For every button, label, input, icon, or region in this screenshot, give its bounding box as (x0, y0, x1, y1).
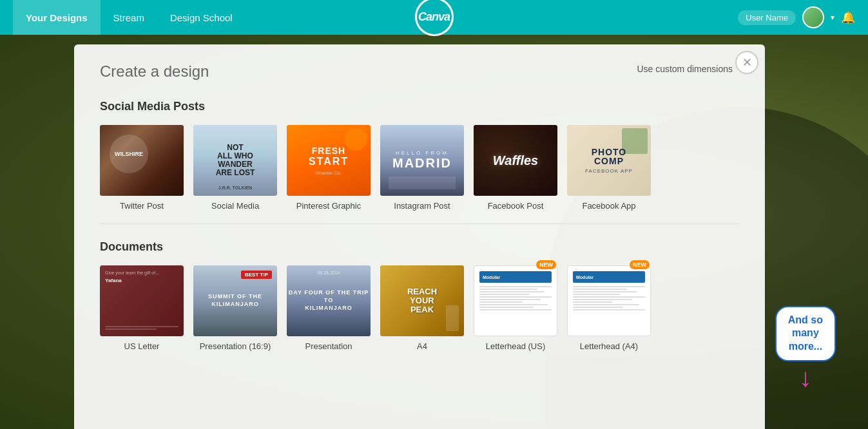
user-name[interactable]: User Name (738, 10, 796, 25)
a4-label: A4 (417, 341, 427, 351)
social-media-title: Social Media Posts (100, 100, 739, 113)
callout-more: And somanymore... ↓ (775, 306, 836, 390)
documents-section: Documents Give your team the gift of... … (100, 240, 739, 351)
chevron-down-icon[interactable]: ▾ (831, 13, 834, 22)
template-presentation-169[interactable]: BEST TIP SUMMIT OF THEKILIMANJARO Presen… (193, 265, 277, 351)
nav-design-school[interactable]: Design School (157, 0, 246, 35)
letterhead-a4-thumb: Modular (567, 265, 651, 336)
main-nav: Your Designs Stream Design School (13, 0, 738, 35)
presentation-169-label: Presentation (16:9) (200, 341, 271, 351)
bell-icon[interactable]: 🔔 (841, 10, 855, 24)
template-twitter-post[interactable]: WILSHIRE Twitter Post (100, 125, 184, 211)
callout-bubble: And somanymore... (775, 306, 836, 361)
documents-templates: Give your team the gift of... Yafana US … (100, 265, 739, 351)
template-letterhead-a4[interactable]: NEW Modular (567, 265, 651, 351)
nav-stream[interactable]: Stream (101, 0, 157, 35)
section-divider (100, 224, 739, 224)
template-us-letter[interactable]: Give your team the gift of... Yafana US … (100, 265, 184, 351)
facebook-app-thumb: PHOTOCOMP FACEBOOK APP (567, 125, 651, 196)
us-letter-label: US Letter (124, 341, 160, 351)
presentation-169-thumb: BEST TIP SUMMIT OF THEKILIMANJARO (193, 265, 277, 336)
us-letter-thumb: Give your team the gift of... Yafana (100, 265, 184, 336)
twitter-post-thumb: WILSHIRE (100, 125, 184, 196)
template-letterhead-us[interactable]: NEW Modular (474, 265, 557, 351)
avatar-image (804, 8, 823, 27)
template-presentation[interactable]: 09.28.2014 DAY FOUR OF THE TRIP TOKILIMA… (287, 265, 371, 351)
instagram-label: Instagram Post (394, 201, 450, 211)
callout-arrow-icon: ↓ (799, 365, 812, 390)
template-social-media[interactable]: NOTALL WHOWANDERARE LOST J.R.R. TOLKIEN … (193, 125, 277, 211)
facebook-post-thumb: Waffles (474, 125, 557, 196)
facebook-app-label: Facebook App (582, 201, 635, 211)
template-facebook-app[interactable]: PHOTOCOMP FACEBOOK APP Facebook App (567, 125, 651, 211)
social-media-thumb: NOTALL WHOWANDERARE LOST J.R.R. TOLKIEN (193, 125, 277, 196)
letterhead-us-label: Letterhead (US) (486, 341, 546, 351)
pinterest-label: Pinterest Graphic (296, 201, 361, 211)
letterhead-us-thumb: Modular (474, 265, 557, 336)
new-badge-a4: NEW (630, 260, 650, 269)
social-media-templates: WILSHIRE Twitter Post NOTALL WHOWANDERAR… (100, 125, 739, 211)
instagram-thumb: HELLO FROM MADRID (380, 125, 464, 196)
create-design-modal: Create a design Use custom dimensions ✕ … (74, 44, 765, 429)
modal-container: Create a design Use custom dimensions ✕ … (64, 35, 868, 429)
nav-your-designs[interactable]: Your Designs (13, 0, 101, 35)
close-button[interactable]: ✕ (735, 51, 758, 74)
header: Your Designs Stream Design School Canva … (0, 0, 868, 35)
new-badge-us: NEW (536, 260, 556, 269)
custom-dimensions-link[interactable]: Use custom dimensions (637, 64, 733, 74)
template-facebook-post[interactable]: Waffles Facebook Post (474, 125, 557, 211)
social-media-section: Social Media Posts WILSHIRE Twitter Post (100, 100, 739, 211)
presentation-thumb: 09.28.2014 DAY FOUR OF THE TRIP TOKILIMA… (287, 265, 371, 336)
avatar[interactable] (802, 6, 824, 28)
presentation-label: Presentation (305, 341, 352, 351)
a4-thumb: REACHYOURPEAK (380, 265, 464, 336)
template-instagram[interactable]: HELLO FROM MADRID Instagram Post (380, 125, 464, 211)
social-media-label: Social Media (211, 201, 259, 211)
template-pinterest[interactable]: FRESH START Vitamin Co. Pinterest Graphi… (287, 125, 371, 211)
twitter-post-label: Twitter Post (120, 201, 164, 211)
header-right: User Name ▾ 🔔 (738, 6, 855, 28)
pinterest-thumb: FRESH START Vitamin Co. (287, 125, 371, 196)
facebook-post-label: Facebook Post (488, 201, 544, 211)
template-a4[interactable]: REACHYOURPEAK A4 (380, 265, 464, 351)
letterhead-a4-label: Letterhead (A4) (580, 341, 638, 351)
documents-title: Documents (100, 240, 739, 254)
logo-text: Canva (418, 10, 450, 24)
